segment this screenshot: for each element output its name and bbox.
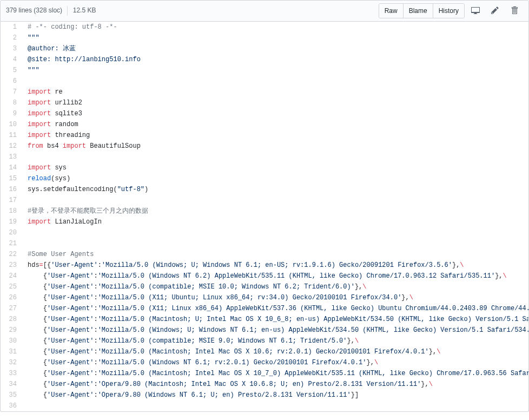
code-row: 2""": [1, 32, 529, 43]
line-number[interactable]: 25: [1, 281, 22, 292]
line-number[interactable]: 9: [1, 108, 22, 119]
raw-button[interactable]: Raw: [379, 4, 404, 18]
line-code: import random: [22, 119, 529, 130]
line-number[interactable]: 22: [1, 249, 22, 260]
line-number[interactable]: 17: [1, 195, 22, 206]
code-row: 7import re: [1, 87, 529, 97]
line-code: {'User-Agent':'Mozilla/5.0 (X11; Ubuntu;…: [22, 292, 529, 303]
line-number[interactable]: 15: [1, 173, 22, 184]
code-row: 21: [1, 238, 529, 249]
line-number[interactable]: 10: [1, 119, 22, 130]
line-code: @site: http://lanbing510.info: [22, 54, 529, 65]
code-table: 1# -*- coding: utf-8 -*-2"""3@author: 冰蓝…: [1, 22, 529, 411]
line-number[interactable]: 4: [1, 54, 22, 65]
line-number[interactable]: 8: [1, 97, 22, 108]
code-row: 6: [1, 76, 529, 87]
code-row: 31 {'User-Agent':'Mozilla/5.0 (Macintosh…: [1, 346, 529, 357]
line-code: [22, 401, 529, 411]
line-count: 379 lines (328 sloc): [6, 6, 62, 14]
line-number[interactable]: 33: [1, 368, 22, 379]
line-number[interactable]: 27: [1, 303, 22, 314]
code-row: 35 {'User-Agent':'Opera/9.80 (Windows NT…: [1, 390, 529, 401]
line-number[interactable]: 30: [1, 336, 22, 346]
line-number[interactable]: 28: [1, 314, 22, 325]
line-number[interactable]: 21: [1, 238, 22, 249]
line-code: {'User-Agent':'Mozilla/5.0 (Macintosh; U…: [22, 314, 529, 325]
line-number[interactable]: 18: [1, 206, 22, 216]
code-row: 34 {'User-Agent':'Opera/9.80 (Macintosh;…: [1, 379, 529, 390]
desktop-icon[interactable]: [467, 4, 484, 18]
file-size: 12.5 KB: [73, 6, 96, 14]
blame-button[interactable]: Blame: [404, 4, 433, 18]
line-number[interactable]: 31: [1, 346, 22, 357]
code-row: 27 {'User-Agent':'Mozilla/5.0 (X11; Linu…: [1, 303, 529, 314]
line-number[interactable]: 6: [1, 76, 22, 87]
line-code: [22, 195, 529, 206]
line-number[interactable]: 32: [1, 357, 22, 368]
line-number[interactable]: 5: [1, 65, 22, 76]
code-row: 13: [1, 152, 529, 162]
code-row: 36: [1, 401, 529, 411]
line-number[interactable]: 12: [1, 141, 22, 152]
line-number[interactable]: 3: [1, 43, 22, 54]
code-row: 32 {'User-Agent':'Mozilla/5.0 (Windows N…: [1, 357, 529, 368]
line-code: # -*- coding: utf-8 -*-: [22, 22, 529, 32]
line-number[interactable]: 29: [1, 325, 22, 336]
code-row: 12from bs4 import BeautifulSoup: [1, 141, 529, 152]
line-number[interactable]: 7: [1, 87, 22, 97]
line-code: {'User-Agent':'Mozilla/5.0 (Macintosh; I…: [22, 368, 529, 379]
line-code: {'User-Agent':'Mozilla/5.0 (compatible; …: [22, 336, 529, 346]
line-code: """: [22, 32, 529, 43]
line-code: import sys: [22, 162, 529, 173]
history-button[interactable]: History: [433, 4, 464, 18]
line-number[interactable]: 2: [1, 32, 22, 43]
line-number[interactable]: 20: [1, 227, 22, 238]
code-row: 9import sqlite3: [1, 108, 529, 119]
code-row: 11import threading: [1, 130, 529, 141]
line-number[interactable]: 34: [1, 379, 22, 390]
line-number[interactable]: 19: [1, 216, 22, 227]
line-code: import urllib2: [22, 97, 529, 108]
line-code: #登录，不登录不能爬取三个月之内的数据: [22, 206, 529, 216]
line-number[interactable]: 35: [1, 390, 22, 401]
code-row: 20: [1, 227, 529, 238]
line-code: import threading: [22, 130, 529, 141]
line-number[interactable]: 36: [1, 401, 22, 411]
line-code: reload(sys): [22, 173, 529, 184]
line-code: [22, 227, 529, 238]
line-number[interactable]: 1: [1, 22, 22, 32]
code-row: 30 {'User-Agent':'Mozilla/5.0 (compatibl…: [1, 336, 529, 346]
code-row: 33 {'User-Agent':'Mozilla/5.0 (Macintosh…: [1, 368, 529, 379]
line-code: {'User-Agent':'Mozilla/5.0 (X11; Linux x…: [22, 303, 529, 314]
line-code: {'User-Agent':'Mozilla/5.0 (Windows NT 6…: [22, 357, 529, 368]
line-number[interactable]: 11: [1, 130, 22, 141]
line-code: {'User-Agent':'Opera/9.80 (Windows NT 6.…: [22, 390, 529, 401]
code-row: 15reload(sys): [1, 173, 529, 184]
code-row: 24 {'User-Agent':'Mozilla/5.0 (Windows N…: [1, 271, 529, 281]
line-code: {'User-Agent':'Mozilla/5.0 (compatible; …: [22, 281, 529, 292]
line-code: import LianJiaLogIn: [22, 216, 529, 227]
button-group: Raw Blame History: [379, 3, 465, 18]
line-number[interactable]: 26: [1, 292, 22, 303]
code-row: 10import random: [1, 119, 529, 130]
line-number[interactable]: 14: [1, 162, 22, 173]
code-row: 8import urllib2: [1, 97, 529, 108]
code-row: 19import LianJiaLogIn: [1, 216, 529, 227]
code-row: 22#Some User Agents: [1, 249, 529, 260]
code-row: 1# -*- coding: utf-8 -*-: [1, 22, 529, 32]
line-number[interactable]: 16: [1, 184, 22, 195]
code-row: 17: [1, 195, 529, 206]
trash-icon[interactable]: [506, 4, 523, 18]
code-row: 18#登录，不登录不能爬取三个月之内的数据: [1, 206, 529, 216]
line-number[interactable]: 13: [1, 152, 22, 162]
file-header: 379 lines (328 sloc) 12.5 KB Raw Blame H…: [0, 0, 529, 22]
line-number[interactable]: 24: [1, 271, 22, 281]
code-row: 23hds=[{'User-Agent':'Mozilla/5.0 (Windo…: [1, 260, 529, 271]
line-code: {'User-Agent':'Mozilla/5.0 (Windows NT 6…: [22, 271, 529, 281]
line-code: {'User-Agent':'Mozilla/5.0 (Windows; U; …: [22, 325, 529, 336]
line-number[interactable]: 23: [1, 260, 22, 271]
line-code: #Some User Agents: [22, 249, 529, 260]
line-code: {'User-Agent':'Mozilla/5.0 (Macintosh; I…: [22, 346, 529, 357]
pencil-icon[interactable]: [486, 4, 504, 18]
code-row: 16sys.setdefaultencoding("utf-8"): [1, 184, 529, 195]
